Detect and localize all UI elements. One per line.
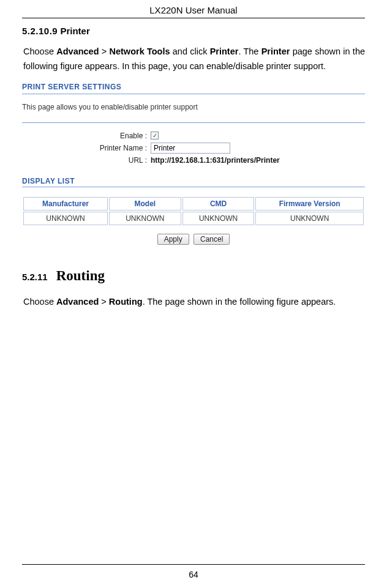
paragraph-text: and click	[170, 47, 210, 56]
table-cell: UNKNOWN	[23, 212, 108, 225]
divider	[22, 187, 365, 187]
table-header: CMD	[182, 197, 255, 210]
enable-label: Enable :	[22, 132, 151, 140]
table-cell: UNKNOWN	[182, 212, 255, 225]
table-cell: UNKNOWN	[109, 212, 181, 225]
enable-checkbox[interactable]: ✓	[151, 132, 159, 140]
paragraph-bold: Printer	[261, 47, 290, 56]
display-table: Manufacturer Model CMD Firmware Version …	[22, 196, 365, 226]
paragraph-bold: Advanced	[56, 297, 99, 307]
paragraph-text: >	[99, 297, 109, 307]
footer-divider	[22, 564, 365, 565]
section-number: 5.2.11	[22, 272, 48, 282]
apply-button[interactable]: Apply	[157, 234, 189, 245]
section-heading-routing: 5.2.11 Routing	[22, 268, 365, 284]
printer-name-label: Printer Name :	[22, 144, 151, 152]
table-header: Manufacturer	[23, 197, 108, 210]
panel-heading-display-list: DISPLAY LIST	[22, 177, 365, 185]
divider	[22, 94, 365, 94]
table-header: Firmware Version	[255, 197, 364, 210]
paragraph-bold: Network Tools	[110, 47, 170, 56]
paragraph-text: . The page shown in the following figure…	[143, 297, 336, 307]
table-header: Model	[109, 197, 181, 210]
section-title: Printer	[60, 26, 89, 36]
section-title: Routing	[56, 268, 105, 284]
paragraph-bold: Routing	[109, 297, 143, 307]
divider	[22, 122, 365, 123]
paragraph-bold: Advanced	[56, 47, 99, 56]
table-cell: UNKNOWN	[255, 212, 364, 225]
paragraph-bold: Printer	[210, 47, 239, 56]
section-number: 5.2.10.9	[22, 26, 58, 36]
url-value: http://192.168.1.1:631/printers/Printer	[151, 156, 280, 165]
printer-name-input[interactable]	[151, 143, 230, 154]
paragraph-text: >	[99, 47, 110, 56]
paragraph-text: Choose	[23, 297, 56, 307]
url-label: URL :	[22, 156, 151, 165]
panel-description: This page allows you to enable/disable p…	[22, 103, 365, 111]
section-paragraph-printer: Choose Advanced > Network Tools and clic…	[22, 45, 365, 74]
paragraph-text: . The	[238, 47, 261, 56]
doc-header-title: LX220N User Manual	[22, 5, 365, 18]
screenshot-panel: PRINT SERVER SETTINGS This page allows y…	[22, 83, 365, 245]
section-heading-printer: 5.2.10.9 Printer	[22, 26, 365, 36]
paragraph-text: Choose	[23, 47, 56, 56]
cancel-button[interactable]: Cancel	[194, 234, 230, 245]
section-paragraph-routing: Choose Advanced > Routing. The page show…	[22, 295, 365, 310]
panel-heading-print-server: PRINT SERVER SETTINGS	[22, 83, 365, 92]
page-number: 64	[0, 570, 387, 579]
